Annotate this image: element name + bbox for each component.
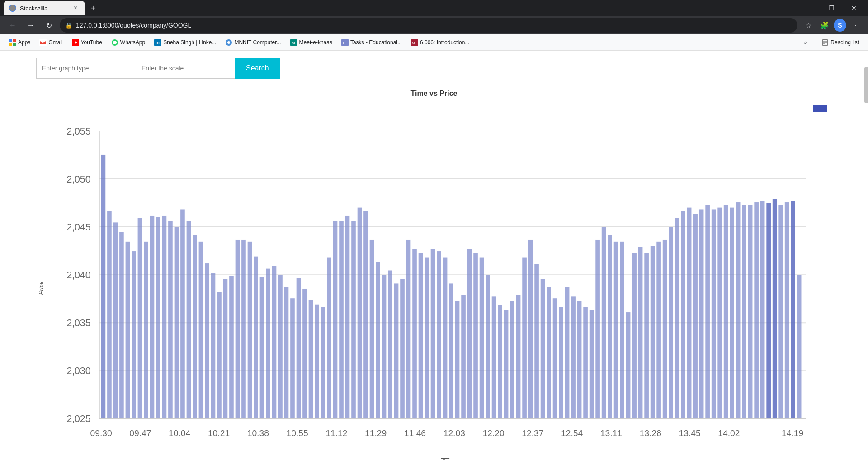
bookmark-sneha[interactable]: in Sneha Singh | Linke... [151, 37, 220, 48]
svg-rect-95 [339, 221, 344, 419]
reload-button[interactable]: ↻ [42, 18, 56, 33]
minimize-button[interactable]: — [798, 1, 819, 15]
svg-point-12 [227, 41, 230, 44]
bookmark-mnnit[interactable]: MNNIT Computer... [222, 37, 284, 48]
svg-rect-115 [461, 295, 466, 418]
bookmark-meet[interactable]: M Meet-e-khaas [287, 37, 336, 48]
svg-rect-66 [162, 216, 167, 418]
browser-tab[interactable]: Stockszilla ✕ [4, 1, 85, 15]
svg-rect-111 [437, 251, 441, 418]
meet-icon: M [290, 39, 297, 46]
svg-rect-67 [168, 221, 173, 419]
svg-rect-113 [449, 283, 453, 418]
svg-rect-120 [492, 296, 496, 418]
svg-rect-136 [590, 310, 594, 418]
search-row: Search [36, 58, 832, 79]
bookmark-star-button[interactable]: ☆ [801, 18, 816, 33]
bookmark-tasks[interactable]: T Tasks - Educational... [338, 37, 406, 48]
svg-rect-156 [712, 209, 716, 418]
bookmark-whatsapp[interactable]: WhatsApp [108, 37, 149, 48]
bookmarks-bar: Apps Gmail YouTube WhatsApp in Sneha Sin… [0, 34, 868, 51]
svg-text:T: T [342, 41, 344, 45]
svg-rect-126 [528, 240, 533, 418]
svg-rect-98 [358, 208, 362, 419]
mnnit-icon [225, 39, 232, 46]
svg-text:2,035: 2,035 [66, 318, 90, 328]
bookmark-youtube[interactable]: YouTube [68, 37, 106, 48]
profile-avatar[interactable]: S [834, 19, 846, 32]
mit-label: 6.006: Introduction... [420, 39, 469, 46]
svg-rect-85 [278, 275, 283, 418]
svg-rect-76 [223, 279, 228, 419]
chrome-menu-button[interactable]: ⋮ [848, 18, 863, 33]
svg-text:2,025: 2,025 [66, 413, 90, 424]
youtube-label: YouTube [81, 39, 102, 46]
svg-rect-157 [717, 208, 722, 419]
svg-rect-69 [180, 209, 185, 418]
meet-label: Meet-e-khaas [299, 39, 332, 46]
graph-type-input[interactable] [36, 58, 136, 79]
svg-rect-90 [309, 300, 313, 418]
scrollbar[interactable] [864, 67, 868, 103]
svg-rect-133 [571, 296, 576, 418]
extensions-button[interactable]: 🧩 [817, 18, 832, 33]
svg-rect-99 [363, 211, 368, 418]
svg-rect-104 [394, 283, 399, 418]
bookmark-apps[interactable]: Apps [5, 37, 34, 48]
svg-text:10:21: 10:21 [208, 428, 230, 438]
svg-rect-97 [351, 221, 356, 419]
svg-rect-127 [534, 264, 539, 418]
svg-text:2,045: 2,045 [66, 222, 90, 232]
whatsapp-label: WhatsApp [120, 39, 145, 46]
close-button[interactable]: ✕ [844, 1, 864, 15]
back-button[interactable]: ← [5, 18, 20, 33]
forward-button[interactable]: → [24, 18, 38, 33]
svg-rect-125 [522, 258, 527, 419]
bookmark-gmail[interactable]: Gmail [36, 37, 66, 48]
svg-rect-73 [205, 263, 209, 418]
svg-text:13:28: 13:28 [640, 428, 661, 438]
svg-rect-88 [297, 278, 301, 419]
address-bar[interactable]: 🔒 127.0.0.1:8000/quotes/company/GOOGL [60, 18, 797, 33]
lock-icon: 🔒 [65, 22, 72, 29]
svg-rect-105 [400, 279, 405, 419]
tab-favicon [9, 5, 16, 12]
search-button[interactable]: Search [235, 58, 280, 79]
svg-rect-138 [602, 227, 606, 418]
svg-rect-131 [559, 307, 563, 418]
svg-rect-152 [687, 208, 692, 419]
svg-rect-135 [583, 307, 588, 418]
reading-list-button[interactable]: Reading list [818, 37, 863, 48]
maximize-button[interactable]: ❐ [821, 1, 842, 15]
svg-text:12:20: 12:20 [482, 428, 504, 438]
bookmark-mit[interactable]: M 6.006: Introduction... [407, 37, 473, 48]
svg-rect-96 [345, 216, 350, 418]
svg-rect-102 [382, 275, 387, 418]
svg-rect-65 [156, 217, 160, 419]
svg-rect-74 [211, 273, 216, 418]
svg-rect-142 [626, 312, 631, 418]
svg-rect-89 [302, 289, 307, 418]
svg-rect-165 [766, 203, 771, 418]
svg-rect-145 [644, 253, 649, 418]
svg-rect-141 [620, 242, 624, 419]
scale-input[interactable] [136, 58, 235, 79]
chart-container: Time vs Price Price 2,055 2,050 2,045 [36, 89, 832, 460]
svg-text:10:38: 10:38 [247, 428, 269, 438]
svg-text:12:03: 12:03 [443, 428, 465, 438]
svg-rect-82 [260, 277, 264, 418]
svg-text:09:47: 09:47 [129, 428, 151, 438]
more-bookmarks-button[interactable]: » [800, 37, 811, 48]
tab-close-button[interactable]: ✕ [71, 4, 80, 12]
new-tab-button[interactable]: + [87, 2, 99, 14]
svg-rect-63 [144, 242, 148, 419]
svg-rect-59 [119, 232, 124, 419]
svg-rect-107 [412, 249, 417, 418]
svg-text:M: M [292, 41, 295, 45]
svg-rect-112 [443, 258, 448, 419]
svg-rect-169 [791, 201, 795, 418]
svg-text:2,050: 2,050 [66, 174, 90, 184]
svg-text:11:46: 11:46 [404, 428, 426, 438]
reading-list-icon [821, 39, 829, 46]
gmail-icon [39, 39, 47, 46]
